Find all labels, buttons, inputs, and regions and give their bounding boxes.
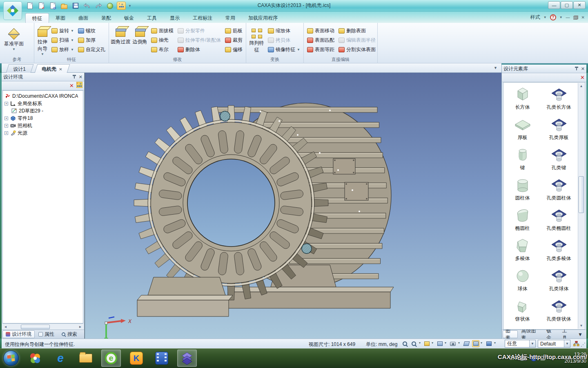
datum-plane-button[interactable]: 基准平面 ▼	[2, 24, 26, 56]
style-dropdown-icon[interactable]: ▼	[543, 16, 547, 19]
quick-access-dropdown-icon[interactable]: ▼	[128, 4, 131, 8]
match-face-button[interactable]: 表面匹配	[305, 36, 336, 45]
move-face-button[interactable]: 表面移动	[305, 26, 336, 36]
taskbar-video-icon[interactable]	[152, 350, 172, 367]
stop-icon[interactable]: ✕	[580, 74, 585, 81]
tab-feature[interactable]: 特征	[25, 13, 49, 23]
tree-item-part[interactable]: + 零件18	[4, 114, 83, 122]
scale-body-button[interactable]: 缩放体	[266, 26, 302, 36]
stop-icon[interactable]: ✕	[69, 83, 74, 89]
tree-hscrollbar[interactable]: ◄ ►	[2, 323, 83, 330]
tab-assembly[interactable]: 装配	[95, 13, 118, 23]
library-item-hole-sphere[interactable]: 孔类球体	[541, 265, 577, 295]
tree-item-coordsys[interactable]: + 全局坐标系	[4, 100, 83, 107]
input-language[interactable]: CH	[509, 355, 516, 361]
tree-filter-icon[interactable]: *R	[76, 82, 82, 90]
rib-button[interactable]: 筋板	[223, 26, 244, 36]
minimize-button[interactable]: —	[548, 1, 560, 9]
tab-list-dropdown-icon[interactable]: ▼	[494, 66, 497, 70]
tray-help-icon[interactable]: ?	[530, 355, 537, 361]
open-icon[interactable]	[60, 2, 69, 10]
start-button[interactable]	[3, 350, 19, 366]
tab-properties[interactable]: 属性	[35, 330, 58, 338]
keyboard-icon[interactable]	[520, 356, 527, 361]
style-menu[interactable]: 样式	[530, 14, 540, 21]
expand-icon[interactable]: +	[4, 102, 8, 105]
scroll-left-icon[interactable]: ◄	[2, 325, 9, 329]
library-item-hole-cylinder[interactable]: 孔类圆柱体	[541, 174, 577, 204]
shaded-view-icon[interactable]	[472, 340, 479, 347]
fillet-button[interactable]: 圆角过渡	[111, 24, 131, 56]
custom-hole-button[interactable]: 自定义孔	[76, 45, 107, 54]
pattern-feature-button[interactable]: 阵列特征	[248, 24, 265, 56]
tab-advanced-primitives[interactable]: 高级图素	[518, 330, 543, 338]
tab-search[interactable]: 搜索	[58, 330, 80, 338]
extrude-wizard-button[interactable]: 拉伸向导 ▼	[36, 24, 49, 56]
tab-tools[interactable]: 工具	[140, 13, 163, 23]
doc-minimize-icon[interactable]: —	[566, 15, 570, 20]
library-item-hole-polyhedron[interactable]: 孔类多棱体	[541, 235, 577, 265]
library-item-plate[interactable]: 厚板	[504, 114, 541, 144]
viewport-3d[interactable]: X Y	[85, 73, 501, 339]
chevron-down-icon[interactable]: ▼	[564, 340, 570, 347]
scroll-right-icon[interactable]: ►	[77, 325, 83, 329]
tray-clock[interactable]: 13:28 2013/9/30	[554, 351, 586, 364]
taskbar-ie-icon[interactable]: e	[51, 350, 70, 367]
split-solid-face-button[interactable]: 分割实体表面	[337, 45, 377, 54]
zoom-out-icon[interactable]	[410, 340, 417, 347]
tab-design-env[interactable]: 设计环境	[2, 330, 35, 338]
library-vscrollbar[interactable]: ▲ ▼	[578, 83, 584, 329]
taskbar-caxa-icon[interactable]	[177, 350, 197, 367]
zoom-in-icon[interactable]	[401, 340, 408, 347]
sweep-button[interactable]: 扫描▼	[50, 36, 76, 45]
hscroll-thumb[interactable]	[21, 325, 50, 329]
redo-icon[interactable]	[94, 2, 103, 10]
library-tabs-more-icon[interactable]: ▼	[575, 330, 586, 338]
tab-common[interactable]: 常用	[219, 13, 242, 23]
new-from-template-icon[interactable]: ✔	[37, 2, 46, 10]
help-icon[interactable]: ?	[550, 14, 556, 20]
render-sphere-icon[interactable]	[105, 2, 114, 10]
doc-tab-close-icon[interactable]: ✕	[59, 67, 62, 72]
resize-grip[interactable]	[581, 342, 586, 347]
boolean-button[interactable]: 布尔	[149, 45, 175, 54]
show-hidden-icons[interactable]: ▲	[549, 356, 553, 360]
mirror-feature-button[interactable]: 镜像特征▼	[266, 45, 302, 54]
chamfer-button[interactable]: 边倒角	[131, 24, 149, 56]
tab-annotation[interactable]: 工程标注	[186, 13, 219, 23]
close-button[interactable]: ✕	[573, 1, 586, 9]
network-tree-icon[interactable]	[572, 340, 580, 347]
trim-button[interactable]: 裁剪	[223, 36, 244, 45]
expand-icon[interactable]: +	[4, 117, 8, 120]
app-menu-button[interactable]	[3, 1, 22, 20]
taskbar-360-safe-icon[interactable]	[25, 350, 45, 367]
display-mode-icon[interactable]	[436, 340, 443, 347]
library-item-pie[interactable]: 饼状体	[504, 295, 541, 325]
pattern-browser-icon[interactable]: *R	[117, 2, 126, 10]
help-dropdown-icon[interactable]: ▼	[559, 16, 563, 19]
library-item-hole-ellipse-cylinder[interactable]: 孔类椭圆柱	[541, 204, 577, 235]
library-item-cylinder[interactable]: 圆柱体	[504, 174, 541, 204]
tab-addins[interactable]: 加载应用程序	[242, 13, 284, 23]
expand-icon[interactable]: +	[4, 131, 8, 135]
right-panel-close-icon[interactable]: ✕	[581, 66, 585, 72]
tab-primitives[interactable]: 图素	[503, 330, 518, 338]
pin-icon[interactable]	[575, 67, 579, 71]
left-panel-close-icon[interactable]: ✕	[79, 74, 82, 80]
library-item-hole-key[interactable]: 孔类键	[541, 144, 577, 174]
style-select[interactable]: Default ▼	[538, 340, 570, 348]
library-item-ellipse-cylinder[interactable]: 椭圆柱	[504, 204, 541, 235]
tree-item-light[interactable]: + 光源	[4, 129, 83, 137]
tab-sheetmetal-lib[interactable]: 钣金	[543, 330, 559, 338]
scroll-down-icon[interactable]: ▼	[578, 323, 584, 329]
library-item-polyhedron[interactable]: 多棱体	[504, 235, 541, 265]
doc-tab-design1[interactable]: 设计1	[6, 64, 34, 73]
loft-button[interactable]: 放样▼	[50, 45, 76, 54]
library-item-sphere[interactable]: 球体	[504, 265, 541, 295]
pin-icon[interactable]	[72, 75, 76, 79]
scroll-up-icon[interactable]: ▲	[578, 83, 584, 89]
tab-tools-lib[interactable]: 工具	[559, 330, 575, 338]
undo-icon[interactable]	[82, 2, 91, 10]
delete-face-button[interactable]: 删除表面	[337, 26, 377, 36]
library-item-hole-plate[interactable]: 孔类厚板	[541, 114, 577, 144]
